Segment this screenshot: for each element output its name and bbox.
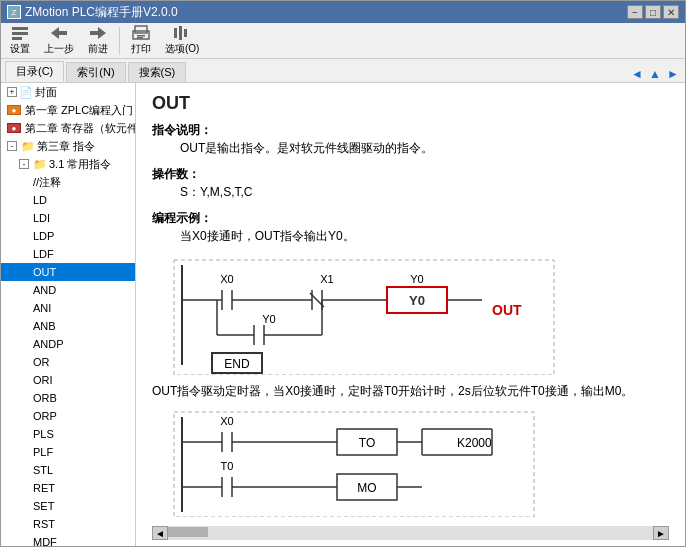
svg-rect-7 (135, 26, 147, 33)
sidebar-item-ch3-1[interactable]: - 📁 3.1 常用指令 (1, 155, 135, 173)
sidebar-item-ORI[interactable]: ORI (1, 371, 135, 389)
svg-text:K2000: K2000 (457, 436, 492, 450)
sidebar-label-ch3-1: 3.1 常用指令 (49, 156, 111, 172)
tab-index[interactable]: 索引(N) (66, 62, 125, 82)
item-icon-ch1: ● (7, 105, 21, 115)
sidebar-label-ORP: ORP (33, 408, 57, 424)
sidebar-item-LD[interactable]: LD (1, 191, 135, 209)
sidebar-label-ANI: ANI (33, 300, 51, 316)
nav-forward-arrow[interactable]: ► (665, 66, 681, 82)
operands-label: 操作数： (152, 167, 200, 181)
svg-text:Y0: Y0 (410, 273, 423, 285)
sidebar-item-ch2[interactable]: ● 第二章 寄存器（软元件）类型 (1, 119, 135, 137)
sidebar-item-SET[interactable]: SET (1, 497, 135, 515)
scroll-right-button[interactable]: ► (653, 526, 669, 540)
svg-rect-9 (137, 35, 145, 37)
sidebar-label-cover: 封面 (35, 84, 57, 100)
sidebar-label-RST: RST (33, 516, 55, 532)
example2-desc: OUT指令驱动定时器，当X0接通时，定时器T0开始计时，2s后位软元件T0接通，… (152, 382, 669, 401)
svg-rect-0 (12, 27, 28, 30)
sidebar-item-LDI[interactable]: LDI (1, 209, 135, 227)
tab-bar: 目录(C) 索引(N) 搜索(S) ◄ ▲ ► (1, 59, 685, 83)
forward-button[interactable]: 前进 (83, 22, 113, 59)
back-icon (49, 25, 69, 41)
svg-marker-5 (98, 27, 106, 39)
operands-section: 操作数： S：Y,M,S,T,C (152, 166, 669, 202)
svg-text:X1: X1 (320, 273, 333, 285)
sidebar-item-AND[interactable]: AND (1, 281, 135, 299)
svg-text:X0: X0 (220, 273, 233, 285)
options-button[interactable]: 选项(O) (160, 22, 204, 59)
sidebar-item-comment[interactable]: //注释 (1, 173, 135, 191)
forward-icon (88, 25, 108, 41)
sidebar-item-ch3[interactable]: - 📁 第三章 指令 (1, 137, 135, 155)
sidebar-label-ch2: 第二章 寄存器（软元件）类型 (25, 120, 136, 136)
svg-text:Y0: Y0 (262, 313, 275, 325)
sidebar-item-PLS[interactable]: PLS (1, 425, 135, 443)
svg-rect-1 (12, 32, 28, 35)
maximize-button[interactable]: □ (645, 5, 661, 19)
example-desc: 当X0接通时，OUT指令输出Y0。 (180, 227, 669, 246)
svg-rect-4 (59, 31, 67, 35)
folder-icon-ch3-1: 📁 (33, 156, 47, 172)
sidebar-label-ANB: ANB (33, 318, 56, 334)
sidebar-item-ANB[interactable]: ANB (1, 317, 135, 335)
sidebar-item-ANI[interactable]: ANI (1, 299, 135, 317)
ladder-diagram-2: X0 TO K2000 T0 (152, 407, 669, 520)
print-label: 打印 (131, 42, 151, 56)
nav-up-arrow[interactable]: ▲ (647, 66, 663, 82)
setup-button[interactable]: 设置 (5, 22, 35, 59)
print-button[interactable]: 打印 (126, 22, 156, 59)
setup-label: 设置 (10, 42, 30, 56)
tab-contents[interactable]: 目录(C) (5, 61, 64, 82)
minimize-button[interactable]: − (627, 5, 643, 19)
toolbar-separator (119, 27, 120, 55)
svg-text:OUT: OUT (492, 302, 522, 318)
options-label: 选项(O) (165, 42, 199, 56)
title-controls: − □ ✕ (627, 5, 679, 19)
svg-rect-10 (137, 37, 143, 39)
setup-icon (10, 25, 30, 41)
sidebar: + 📄 封面 ● 第一章 ZPLC编程入门 ● 第二章 寄存器（软元件）类型 -… (1, 83, 136, 546)
tab-search[interactable]: 搜索(S) (128, 62, 187, 82)
sidebar-item-MDF[interactable]: MDF (1, 533, 135, 546)
scroll-left-button[interactable]: ◄ (152, 526, 168, 540)
sidebar-label-LDI: LDI (33, 210, 50, 226)
sidebar-label-ch3: 第三章 指令 (37, 138, 95, 154)
description-text: OUT是输出指令。是对软元件线圈驱动的指令。 (180, 139, 669, 158)
sidebar-item-LDP[interactable]: LDP (1, 227, 135, 245)
scroll-track (168, 526, 653, 540)
close-button[interactable]: ✕ (663, 5, 679, 19)
sidebar-item-STL[interactable]: STL (1, 461, 135, 479)
options-icon (172, 25, 192, 41)
sidebar-label-PLF: PLF (33, 444, 53, 460)
sidebar-label-RET: RET (33, 480, 55, 496)
title-bar: Z ZMotion PLC编程手册V2.0.0 − □ ✕ (1, 1, 685, 23)
sidebar-item-ANDP[interactable]: ANDP (1, 335, 135, 353)
sidebar-item-OR[interactable]: OR (1, 353, 135, 371)
sidebar-label-ORB: ORB (33, 390, 57, 406)
sidebar-item-OUT[interactable]: OUT (1, 263, 135, 281)
sidebar-label-SET: SET (33, 498, 54, 514)
sidebar-item-ORB[interactable]: ORB (1, 389, 135, 407)
sidebar-item-LDF[interactable]: LDF (1, 245, 135, 263)
sidebar-item-ch1[interactable]: ● 第一章 ZPLC编程入门 (1, 101, 135, 119)
sidebar-item-ORP[interactable]: ORP (1, 407, 135, 425)
back-button[interactable]: 上一步 (39, 22, 79, 59)
page-title: OUT (152, 93, 669, 114)
svg-rect-13 (184, 29, 187, 37)
sidebar-item-PLF[interactable]: PLF (1, 443, 135, 461)
toolbar: 设置 上一步 前进 打印 选项(O) (1, 23, 685, 59)
window-title: ZMotion PLC编程手册V2.0.0 (25, 4, 178, 21)
forward-label: 前进 (88, 42, 108, 56)
nav-back-arrow[interactable]: ◄ (629, 66, 645, 82)
sidebar-label-LD: LD (33, 192, 47, 208)
expand-icon-ch3-1: - (19, 159, 29, 169)
sidebar-item-cover[interactable]: + 📄 封面 (1, 83, 135, 101)
sidebar-label-ORI: ORI (33, 372, 53, 388)
sidebar-item-RST[interactable]: RST (1, 515, 135, 533)
horizontal-scrollbar[interactable]: ◄ ► (152, 526, 669, 540)
tab-navigation: ◄ ▲ ► (629, 66, 681, 82)
scroll-thumb[interactable] (168, 527, 208, 537)
sidebar-item-RET[interactable]: RET (1, 479, 135, 497)
